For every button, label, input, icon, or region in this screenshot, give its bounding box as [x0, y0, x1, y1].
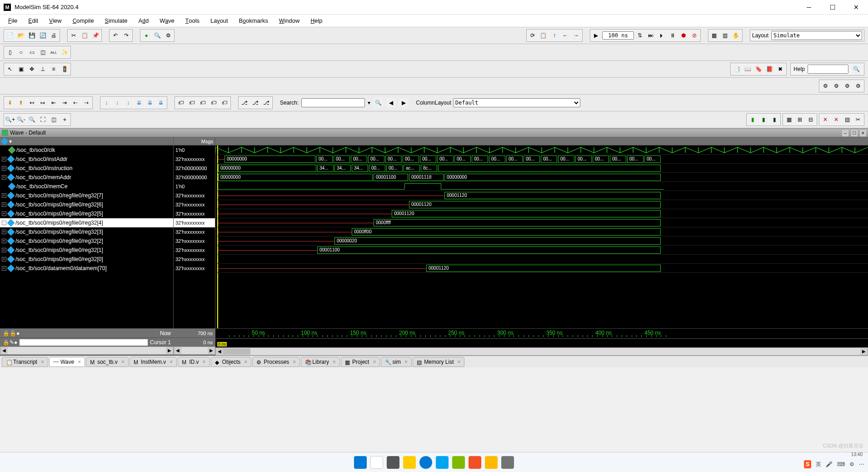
msg-hscroll[interactable]: ◀ ▶ [174, 346, 215, 355]
tray-settings-icon[interactable]: ⚙ [849, 461, 854, 467]
scroll-left2-icon[interactable]: ◀ [174, 347, 181, 354]
tray-keyboard-icon[interactable]: ⌨ [837, 461, 845, 467]
wave-row[interactable] [215, 182, 868, 191]
gear2-icon[interactable]: ⚙ [831, 81, 841, 91]
view3-icon[interactable]: ▮ [769, 115, 779, 125]
tag2-icon[interactable]: 🏷 [187, 98, 197, 108]
expand-icon[interactable]: + [2, 211, 6, 216]
wave-row[interactable] [215, 255, 868, 264]
app1-icon[interactable] [436, 456, 449, 469]
menu-compile[interactable]: Compile [68, 15, 99, 26]
zoom-cursor-icon[interactable]: ⌖ [60, 115, 70, 125]
menu-wave[interactable]: Wave [155, 15, 179, 26]
run-icon[interactable]: ▶ [591, 30, 601, 40]
bookmark3-icon[interactable]: 🔖 [753, 64, 763, 74]
edge1-icon[interactable]: ⬇ [5, 98, 15, 108]
tab-memorylist[interactable]: ▤Memory List× [413, 357, 464, 367]
move-icon[interactable]: ✥ [27, 64, 37, 74]
edge4-icon[interactable]: ↦ [38, 98, 48, 108]
print-icon[interactable]: 🖨 [49, 30, 59, 40]
app3-icon[interactable] [469, 456, 481, 469]
align-icon[interactable]: ≡ [49, 64, 59, 74]
tray-more-icon[interactable]: ⋯ [859, 461, 864, 467]
wave-row[interactable]: 00001120 [215, 200, 868, 209]
tab-close-icon[interactable]: × [373, 359, 376, 365]
tab-close-icon[interactable]: × [121, 359, 125, 365]
wave-row[interactable] [215, 146, 868, 155]
signal-row[interactable]: /soc_tb/soc0/memCe [0, 182, 173, 191]
wave-row[interactable]: 0000ff00 [215, 227, 868, 236]
edge6-icon[interactable]: ⇥ [60, 98, 70, 108]
expand-icon[interactable]: + [2, 202, 6, 207]
wave-max-button[interactable]: ☐ [851, 130, 858, 136]
branch1-icon[interactable]: ⎇ [239, 98, 249, 108]
zoom-fit-icon[interactable]: ⛶ [38, 115, 48, 125]
menu-add[interactable]: Add [134, 15, 154, 26]
stop2-icon[interactable]: ⊘ [689, 30, 699, 40]
x1-icon[interactable]: ✕ [820, 115, 830, 125]
wave-row[interactable]: 0000000000...00...00...00...00...00...00… [215, 155, 868, 164]
app2-icon[interactable] [452, 456, 465, 469]
edge8-icon[interactable]: ⇢ [81, 98, 91, 108]
menu-tools[interactable]: Tools [181, 15, 204, 26]
refresh-icon[interactable]: 🔄 [38, 30, 48, 40]
wave-row[interactable]: 00000000000011000000111800000000 [215, 173, 868, 182]
bookmark4-icon[interactable]: 📕 [764, 64, 774, 74]
tab-close-icon[interactable]: × [457, 359, 460, 365]
tab-soctbv[interactable]: Msoc_tb.v× [86, 357, 129, 367]
tab-project[interactable]: ▦Project× [341, 357, 380, 367]
tab-close-icon[interactable]: × [333, 359, 336, 365]
edge7-icon[interactable]: ⇠ [70, 98, 80, 108]
tab-transcript[interactable]: 📋Transcript× [2, 357, 48, 367]
measure-icon[interactable]: ⊥ [38, 64, 48, 74]
tray-mic-icon[interactable]: 🎤 [826, 461, 833, 467]
wave-row[interactable]: 00001120 [215, 264, 868, 273]
up-icon[interactable]: ↑ [549, 30, 559, 40]
save-icon[interactable]: 💾 [27, 30, 37, 40]
view1-icon[interactable]: ▮ [748, 115, 758, 125]
zoom-in-icon[interactable]: 🔍+ [5, 115, 15, 125]
signal-row[interactable]: +/soc_tb/soc0/mips0/regfile0/reg32[2] [0, 236, 173, 246]
break-icon[interactable]: ⏸ [668, 30, 678, 40]
down1-icon[interactable]: ↓ [101, 98, 111, 108]
grid1-icon[interactable]: ▦ [784, 115, 794, 125]
close-button[interactable]: ✕ [848, 2, 864, 13]
options-icon[interactable]: ⚙ [163, 30, 173, 40]
cursor-name-input[interactable] [19, 339, 148, 346]
tab-idv[interactable]: MID.v× [178, 357, 210, 367]
redo-icon[interactable]: ↷ [121, 30, 131, 40]
signal-row[interactable]: +/soc_tb/soc0/datamem0/datamem[70] [0, 264, 173, 273]
maximize-button[interactable]: ☐ [824, 2, 841, 13]
x4-icon[interactable]: ✂ [853, 115, 863, 125]
continue-icon[interactable]: ⏵ [657, 30, 667, 40]
expand-icon[interactable]: + [2, 157, 6, 161]
wave-min-button[interactable]: ─ [842, 130, 848, 136]
search-next-icon[interactable]: ▶ [399, 98, 409, 108]
tab-close-icon[interactable]: × [203, 359, 206, 365]
wave-hscroll[interactable]: ◀ ▶ [215, 347, 868, 356]
signal-row[interactable]: +/soc_tb/soc0/memAddr [0, 173, 173, 182]
prev-icon[interactable]: ← [560, 30, 570, 40]
cursor3-icon[interactable]: ▭ [27, 47, 37, 57]
expand-icon[interactable]: + [2, 230, 6, 234]
expand-icon[interactable]: + [2, 175, 6, 180]
add-icon[interactable]: ● [141, 30, 151, 40]
menu-window[interactable]: Window [274, 15, 304, 26]
wave-row[interactable]: 0000ffff [215, 218, 868, 227]
sig-hscroll[interactable]: ◀ ▶ [0, 346, 174, 355]
search-taskbar-icon[interactable] [370, 456, 383, 469]
cursor2-icon[interactable]: ○ [16, 47, 26, 57]
select-icon[interactable]: ▣ [16, 64, 26, 74]
menu-layout[interactable]: Layout [206, 15, 233, 26]
down2-icon[interactable]: ↓ [112, 98, 122, 108]
edge3-icon[interactable]: ↤ [27, 98, 37, 108]
scroll-thumb[interactable] [223, 348, 250, 355]
traffic-icon[interactable]: 🚦 [60, 64, 70, 74]
zoom-region-icon[interactable]: ◫ [49, 115, 59, 125]
help-input[interactable] [808, 65, 848, 74]
scroll-left3-icon[interactable]: ◀ [216, 348, 223, 355]
bookmark5-icon[interactable]: ✖ [775, 64, 785, 74]
stepper-icon[interactable]: ⇅ [635, 30, 645, 40]
tab-objects[interactable]: ◆Objects× [211, 357, 252, 367]
edge2-icon[interactable]: ⬆ [16, 98, 26, 108]
